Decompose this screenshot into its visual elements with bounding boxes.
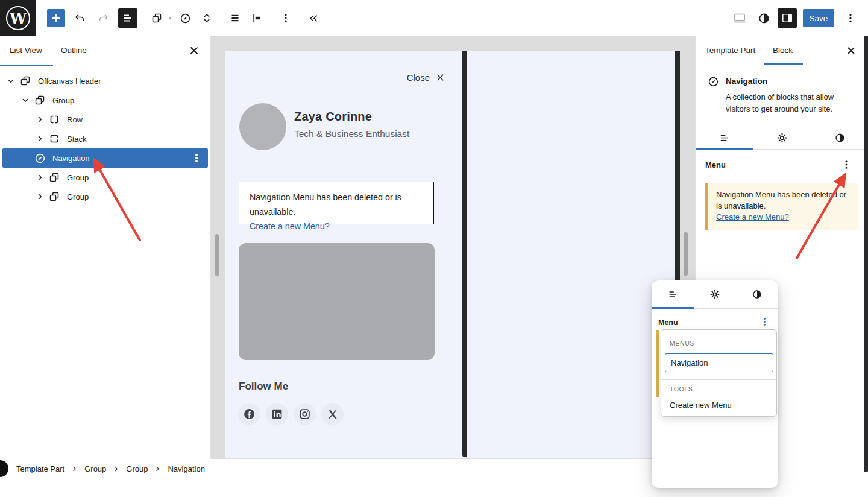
popup-tab-list-view[interactable] (652, 280, 694, 308)
tree-item-navigation-selected[interactable]: Navigation (2, 148, 208, 168)
notice-text: Navigation Menu has been deleted or is u… (716, 190, 846, 211)
undo-button[interactable] (71, 9, 89, 27)
breadcrumb-group[interactable]: Group (84, 464, 106, 473)
collapse-toolbar-button[interactable] (304, 9, 322, 27)
facebook-link[interactable] (238, 403, 260, 425)
contrast-icon (752, 290, 762, 299)
parent-group-selector-button[interactable] (148, 9, 166, 27)
linkedin-link[interactable] (266, 403, 288, 425)
close-list-view-button[interactable] (187, 44, 201, 57)
offcanvas-template-preview: Close Zaya Corinne Tech & Business Enthu… (225, 51, 675, 459)
popup-tab-styles[interactable] (736, 280, 778, 308)
breadcrumb-group[interactable]: Group (126, 464, 148, 473)
instagram-link[interactable] (294, 403, 316, 425)
block-mover-button[interactable] (198, 9, 216, 27)
chevron-right-icon[interactable] (33, 189, 47, 204)
plus-icon (50, 12, 62, 24)
block-options-button[interactable] (277, 9, 295, 27)
tab-list-view[interactable]: List View (10, 46, 42, 55)
canvas-left-scrollbar[interactable] (215, 234, 219, 276)
chevron-right-icon[interactable] (33, 170, 47, 185)
tab-list-view-settings[interactable] (696, 127, 753, 149)
redo-button[interactable] (95, 9, 113, 27)
tree-item-group[interactable]: Group (0, 187, 210, 206)
active-tab-underline (696, 148, 753, 150)
window-scrollbar[interactable] (864, 36, 868, 472)
undo-icon (73, 11, 86, 25)
tab-outline[interactable]: Outline (61, 46, 87, 55)
menu-name-option-selected[interactable]: Navigation (665, 353, 773, 372)
chevron-right-icon[interactable] (33, 131, 47, 146)
gear-icon (777, 133, 787, 143)
create-new-menu-link[interactable]: Create a new Menu? (250, 221, 330, 231)
navigation-menu-notice: Navigation Menu has been deleted or is u… (705, 183, 858, 230)
sidebar-panel-icon (781, 12, 793, 24)
stack-block-icon (47, 131, 61, 146)
menu-options-button[interactable] (841, 159, 852, 170)
tree-item-options-button[interactable] (191, 153, 202, 163)
breadcrumb-navigation[interactable]: Navigation (168, 464, 204, 473)
divider (239, 162, 435, 162)
tree-item-group[interactable]: Group (0, 168, 210, 187)
chevron-right-icon (154, 466, 161, 472)
editor-canvas: Close Zaya Corinne Tech & Business Enthu… (211, 36, 695, 459)
canvas-right-scrollbar[interactable] (684, 232, 688, 276)
chevron-down-icon[interactable] (4, 74, 18, 88)
styles-button[interactable] (755, 9, 773, 27)
create-new-menu-link[interactable]: Create a new Menu? (716, 212, 789, 221)
tree-item-row[interactable]: Row (0, 110, 210, 129)
popup-tab-settings[interactable] (694, 280, 736, 308)
wordpress-logo[interactable]: W (0, 0, 36, 36)
list-view-toggle-button[interactable] (118, 8, 137, 28)
menu-name-label: Navigation (671, 358, 708, 367)
justification-button[interactable] (226, 9, 244, 27)
tree-item-label: Stack (67, 135, 87, 144)
tab-template-part[interactable]: Template Part (705, 46, 755, 55)
tree-item-label: Group (67, 192, 89, 201)
tree-item-label: Row (67, 115, 83, 124)
x-link[interactable] (321, 403, 344, 425)
align-items-button[interactable] (248, 9, 266, 27)
linkedin-icon (271, 408, 283, 420)
breadcrumb-template-part[interactable]: Template Part (16, 464, 64, 473)
tree-item-offcanvas-header[interactable]: Offcanvas Header (0, 71, 210, 90)
tab-settings[interactable] (753, 127, 811, 149)
profile-role: Tech & Business Enthusiast (294, 128, 409, 139)
menu-settings-popup: Menu MENUS Navigation TOOLS Create new M… (652, 280, 778, 488)
laptop-icon (732, 11, 747, 25)
tree-item-label: Navigation (52, 154, 89, 163)
wordpress-w-icon: W (6, 6, 30, 30)
social-icons-row (238, 403, 344, 425)
preview-button[interactable] (731, 9, 749, 27)
profile-name: Zaya Corinne (294, 110, 372, 124)
x-icon (327, 408, 339, 420)
close-icon (845, 45, 857, 57)
menu-section-header: Menu (696, 157, 868, 175)
block-navigation-button[interactable] (176, 9, 194, 27)
settings-sidebar-toggle-button[interactable] (778, 8, 797, 28)
justify-icon (230, 13, 241, 24)
chevron-down-icon[interactable] (18, 93, 33, 107)
offcanvas-close-button[interactable]: Close (407, 72, 445, 83)
popup-menu-options-button[interactable] (760, 317, 770, 327)
avatar (239, 103, 286, 150)
toolbar-separator (221, 11, 221, 25)
chevron-right-icon[interactable] (33, 112, 47, 127)
chevron-right-icon (113, 466, 119, 472)
cursor-artifact (0, 460, 8, 477)
more-options-button[interactable] (841, 9, 860, 27)
create-new-menu-button[interactable]: Create new Menu (670, 400, 732, 410)
block-description: A collection of blocks that allow visito… (726, 91, 856, 115)
popover-divider (661, 379, 776, 380)
tab-block[interactable]: Block (773, 46, 793, 55)
save-button[interactable]: Save (803, 9, 834, 27)
double-chevron-left-icon (308, 13, 319, 24)
tree-item-group[interactable]: Group (0, 90, 210, 110)
close-settings-button[interactable] (845, 45, 857, 57)
tree-item-label: Group (52, 96, 74, 105)
inserter-add-button[interactable] (47, 9, 65, 27)
tab-styles[interactable] (811, 127, 868, 149)
image-placeholder[interactable] (239, 243, 435, 360)
navigation-menu-warning: Navigation Menu has been deleted or is u… (239, 182, 434, 224)
tree-item-stack[interactable]: Stack (0, 129, 210, 148)
